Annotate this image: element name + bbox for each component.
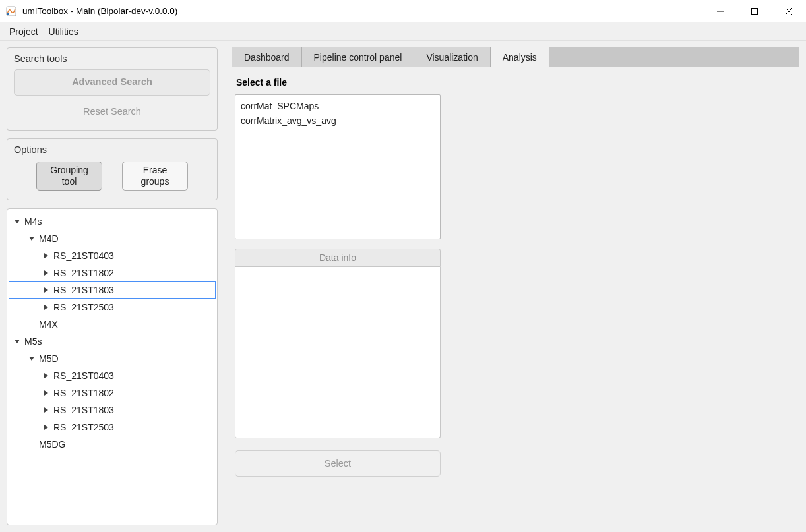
chevron-right-icon[interactable] <box>42 251 51 260</box>
tree-item[interactable]: M5s <box>9 333 216 350</box>
tree-item-label: M5s <box>23 336 42 347</box>
tree-toggle-empty <box>27 440 36 449</box>
workspace: Search tools Advanced Search Reset Searc… <box>0 41 806 532</box>
chevron-right-icon[interactable] <box>42 405 51 415</box>
svg-marker-10 <box>44 287 48 293</box>
advanced-search-button[interactable]: Advanced Search <box>14 69 210 96</box>
chevron-right-icon[interactable] <box>42 268 51 278</box>
svg-marker-17 <box>44 425 48 430</box>
tree-item-label: RS_21ST1803 <box>52 285 114 295</box>
tree-item-label: RS_21ST2503 <box>52 422 114 432</box>
list-item[interactable]: corrMat_SPCMaps <box>241 99 435 113</box>
tree-item-label: RS_21ST1802 <box>52 268 114 278</box>
tree-item[interactable]: M5DG <box>9 436 216 453</box>
svg-marker-9 <box>44 270 48 276</box>
svg-rect-3 <box>752 8 758 14</box>
tree-item[interactable]: RS_21ST2503 <box>9 419 216 436</box>
tab-strip-remainder <box>549 47 799 67</box>
menu-utilities[interactable]: Utilities <box>46 24 81 40</box>
select-file-label: Select a file <box>236 77 797 88</box>
svg-marker-7 <box>29 237 34 241</box>
tab-strip: Dashboard Pipeline control panel Visuali… <box>232 47 799 67</box>
tree-item[interactable]: RS_21ST1803 <box>9 401 216 419</box>
tree-item[interactable]: RS_21ST0403 <box>9 247 216 264</box>
tree-item-label: M4s <box>23 216 42 227</box>
chevron-right-icon[interactable] <box>42 371 51 380</box>
list-item[interactable]: corrMatrix_avg_vs_avg <box>241 113 435 128</box>
tree-item[interactable]: RS_21ST2503 <box>9 299 216 316</box>
chevron-right-icon[interactable] <box>42 303 51 312</box>
svg-marker-13 <box>29 357 34 361</box>
tree-item[interactable]: RS_21ST0403 <box>9 367 216 384</box>
erase-groups-button[interactable]: Erase groups <box>122 162 188 191</box>
menu-bar: Project Utilities <box>0 22 806 41</box>
chevron-down-icon[interactable] <box>27 354 36 363</box>
svg-marker-11 <box>44 305 48 310</box>
grouping-tool-button[interactable]: Grouping tool <box>36 162 102 191</box>
tree-item[interactable]: M4D <box>9 230 216 247</box>
svg-marker-12 <box>15 340 20 343</box>
chevron-right-icon[interactable] <box>42 285 51 295</box>
tab-dashboard[interactable]: Dashboard <box>232 47 302 67</box>
tree-item-label: RS_21ST1802 <box>52 388 114 398</box>
maximize-button[interactable] <box>737 0 772 22</box>
chevron-down-icon[interactable] <box>13 337 22 346</box>
chevron-down-icon[interactable] <box>27 234 36 243</box>
search-tools-title: Search tools <box>7 48 217 67</box>
tab-analysis[interactable]: Analysis <box>491 47 549 67</box>
analysis-tab-content: Select a file corrMat_SPCMapscorrMatrix_… <box>232 67 799 525</box>
file-listbox[interactable]: corrMat_SPCMapscorrMatrix_avg_vs_avg <box>235 94 441 239</box>
chevron-right-icon[interactable] <box>42 388 51 398</box>
tree-toggle-empty <box>27 320 36 329</box>
svg-marker-16 <box>44 407 48 413</box>
tree-item-label: RS_21ST0403 <box>52 370 114 381</box>
object-tree[interactable]: M4sM4DRS_21ST0403RS_21ST1802RS_21ST1803R… <box>7 208 218 525</box>
tree-item[interactable]: RS_21ST1803 <box>9 281 216 299</box>
tree-item-label: M5D <box>38 353 59 364</box>
tree-item[interactable]: M4s <box>9 213 216 230</box>
window-titlebar: umIToolbox - Main (Bipolar-dev-v.0.0.0) <box>0 0 806 22</box>
svg-marker-6 <box>15 220 20 223</box>
tree-item-label: RS_21ST2503 <box>52 302 114 312</box>
data-info-header: Data info <box>235 249 441 267</box>
tree-item-label: RS_21ST1803 <box>52 405 114 415</box>
minimize-button[interactable] <box>703 0 737 22</box>
tree-item[interactable]: M4X <box>9 316 216 333</box>
right-column: Dashboard Pipeline control panel Visuali… <box>232 47 799 525</box>
window-title: umIToolbox - Main (Bipolar-dev-v.0.0.0) <box>22 6 177 16</box>
tree-item-label: M4D <box>38 233 59 244</box>
data-info-body <box>235 267 441 438</box>
search-tools-panel: Search tools Advanced Search Reset Searc… <box>7 47 218 131</box>
chevron-down-icon[interactable] <box>13 217 22 226</box>
app-icon <box>5 5 17 17</box>
tab-pipeline[interactable]: Pipeline control panel <box>302 47 415 67</box>
options-panel: Options Grouping tool Erase groups <box>7 138 218 200</box>
options-title: Options <box>7 139 217 158</box>
tree-item-label: RS_21ST0403 <box>52 251 114 261</box>
left-column: Search tools Advanced Search Reset Searc… <box>7 47 218 525</box>
tree-item[interactable]: RS_21ST1802 <box>9 384 216 401</box>
tree-item-label: M5DG <box>38 439 65 450</box>
svg-marker-15 <box>44 390 48 396</box>
close-button[interactable] <box>772 0 806 22</box>
tree-item[interactable]: RS_21ST1802 <box>9 264 216 281</box>
tree-item[interactable]: M5D <box>9 350 216 367</box>
svg-marker-14 <box>44 373 48 378</box>
data-info-group: Data info <box>235 249 441 438</box>
select-button[interactable]: Select <box>235 450 441 477</box>
chevron-right-icon[interactable] <box>42 423 51 432</box>
tab-visualization[interactable]: Visualization <box>414 47 490 67</box>
menu-project[interactable]: Project <box>7 24 41 40</box>
reset-search-button[interactable]: Reset Search <box>73 102 152 122</box>
tree-item-label: M4X <box>38 319 58 330</box>
svg-marker-8 <box>44 253 48 258</box>
svg-rect-1 <box>7 13 9 15</box>
